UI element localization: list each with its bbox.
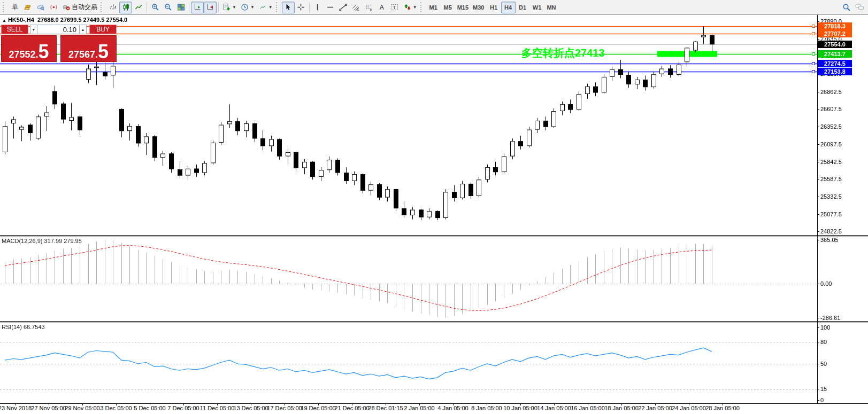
timeframe-m30-button[interactable]: M30	[471, 2, 486, 13]
one-click-expand-arrow[interactable]: ▲	[2, 18, 6, 23]
time-axis-tick	[217, 403, 218, 405]
candlestick-chart-canvas[interactable]	[0, 15, 817, 235]
price-axis-tick	[817, 162, 819, 162]
price-axis-tick	[817, 39, 819, 40]
candles-icon	[122, 3, 130, 11]
price-axis-tick	[817, 127, 819, 127]
sell-price-box[interactable]: 27552.5	[1, 35, 57, 62]
line-anchor-handle[interactable]	[812, 32, 815, 35]
timeframe-h4-button[interactable]: H4	[501, 2, 516, 13]
macd-label: MACD(12,26,9) 317.99 279.95	[2, 238, 82, 244]
buy-button[interactable]: BUY	[89, 25, 117, 34]
time-axis-tick	[285, 403, 285, 405]
horizontal-line-button[interactable]	[324, 2, 337, 13]
timeframe-m1-button[interactable]: M1	[426, 2, 441, 13]
toolbar-separator	[218, 2, 219, 12]
toolbar-separator	[3, 2, 6, 12]
time-axis-label: 28 Dec 01:15	[368, 405, 403, 411]
zoom-out-button[interactable]	[162, 2, 174, 13]
timeframe-d1-button-label: D1	[519, 4, 526, 11]
time-axis-label: 24 Jan 05:00	[672, 405, 706, 411]
autotrading-button[interactable]: 自动交易	[60, 2, 99, 13]
time-axis-label: 7 Dec 05:00	[167, 405, 199, 411]
timeframe-h1-button[interactable]: H1	[487, 2, 501, 13]
time-axis-label: 23 Nov 2018	[0, 405, 32, 411]
time-axis-label: 14 Jan 05:00	[537, 405, 571, 411]
equidistant-channel-button[interactable]: E	[350, 2, 363, 13]
price-axis-tick-label: 25332.5	[820, 193, 867, 200]
cloud-search-icon-button[interactable]	[34, 2, 47, 13]
auto-scroll-button[interactable]	[191, 2, 204, 13]
timeframe-m15-button-label: M15	[457, 4, 468, 11]
price-axis-tick	[817, 144, 819, 145]
macd-level-label: 0.00	[820, 280, 867, 287]
chat-icon-button[interactable]	[853, 2, 866, 13]
line-anchor-handle[interactable]	[812, 70, 815, 73]
timeframe-m15-button[interactable]: M15	[455, 2, 471, 13]
dropdown-caret-icon[interactable]: ▼	[250, 5, 255, 10]
time-axis-label: 28 Jan 05:00	[705, 405, 740, 411]
search-icon-button[interactable]	[840, 2, 853, 13]
line-anchor-handle[interactable]	[812, 62, 815, 65]
turning-point-annotation: 多空转折点27413	[521, 46, 605, 60]
chart-candles-button[interactable]	[119, 2, 132, 13]
timeframe-d1-button[interactable]: D1	[516, 2, 530, 13]
time-axis-tick	[723, 403, 723, 405]
tile-windows-button[interactable]	[174, 2, 187, 13]
symbol-period-label: HK50-,H4	[8, 17, 34, 23]
line-anchor-handle[interactable]	[812, 52, 815, 56]
gold-bars-icon-button[interactable]	[21, 2, 34, 13]
price-axis-tick	[817, 214, 819, 215]
time-axis-tick	[318, 403, 319, 405]
rsi-axis-tick	[817, 327, 819, 328]
signals-icon-button[interactable]	[47, 2, 60, 13]
dropdown-caret-icon[interactable]: ▼	[268, 5, 273, 10]
cursor-button[interactable]	[282, 2, 295, 13]
buy-price-box[interactable]: 27567.5	[60, 35, 117, 62]
periods-button[interactable]: ▼	[239, 2, 257, 13]
time-axis-label: 3 Dec 05:00	[100, 405, 132, 411]
sell-button[interactable]: SELL	[1, 25, 28, 34]
price-line-badge: 27707.2	[818, 30, 852, 37]
vertical-line-button[interactable]	[311, 2, 324, 13]
dropdown-caret-icon[interactable]: ▼	[413, 5, 417, 10]
vline-icon	[313, 3, 321, 11]
search-icon	[842, 3, 851, 12]
timeframe-w1-button[interactable]: W1	[530, 2, 544, 13]
arrows-button[interactable]: ▼	[401, 2, 419, 13]
volume-increase-button[interactable]: ▲	[79, 25, 87, 34]
sell-price-main: 27552	[9, 50, 35, 60]
chart-bars-button[interactable]	[106, 2, 119, 13]
rsi-axis-tick	[817, 400, 819, 401]
svg-text:E: E	[357, 8, 359, 11]
rsi-label: RSI(14) 66.7543	[2, 324, 45, 330]
zoom-in-button[interactable]	[149, 2, 162, 13]
volume-input[interactable]: 0.10	[37, 25, 80, 34]
volume-decrease-button[interactable]: ▼	[30, 25, 37, 34]
price-line-badge: 27153.8	[818, 68, 852, 75]
indicators-button[interactable]: ▼	[220, 2, 239, 13]
text-button-label: A	[380, 4, 384, 11]
text-label-button[interactable]: T	[388, 2, 401, 13]
dropdown-caret-icon[interactable]: ▼	[232, 5, 236, 10]
fibonacci-button[interactable]: F	[363, 2, 375, 13]
time-axis-label: 4 Jan 05:00	[437, 405, 468, 411]
line-anchor-handle[interactable]	[812, 25, 815, 28]
price-axis-tick	[817, 92, 819, 92]
time-axis-tick	[419, 403, 420, 405]
templates-button[interactable]: ▼	[257, 2, 275, 13]
macd-axis-tick	[817, 318, 819, 318]
time-axis-tick	[150, 403, 150, 405]
crosshair-button[interactable]	[295, 2, 308, 13]
price-axis-tick-label: 25587.5	[820, 176, 867, 182]
chart-shift-button[interactable]	[204, 2, 217, 13]
chart-line-button[interactable]	[132, 2, 145, 13]
text-button[interactable]: A	[375, 2, 388, 13]
timeframe-mn-button[interactable]: MN	[544, 2, 559, 13]
time-axis-tick	[554, 403, 555, 405]
svg-text:F: F	[370, 9, 372, 12]
new-order-button[interactable]: 单	[9, 2, 21, 13]
trendline-button[interactable]	[337, 2, 350, 13]
timeframe-m5-button[interactable]: M5	[441, 2, 455, 13]
autotrading-button-label: 自动交易	[72, 3, 97, 12]
